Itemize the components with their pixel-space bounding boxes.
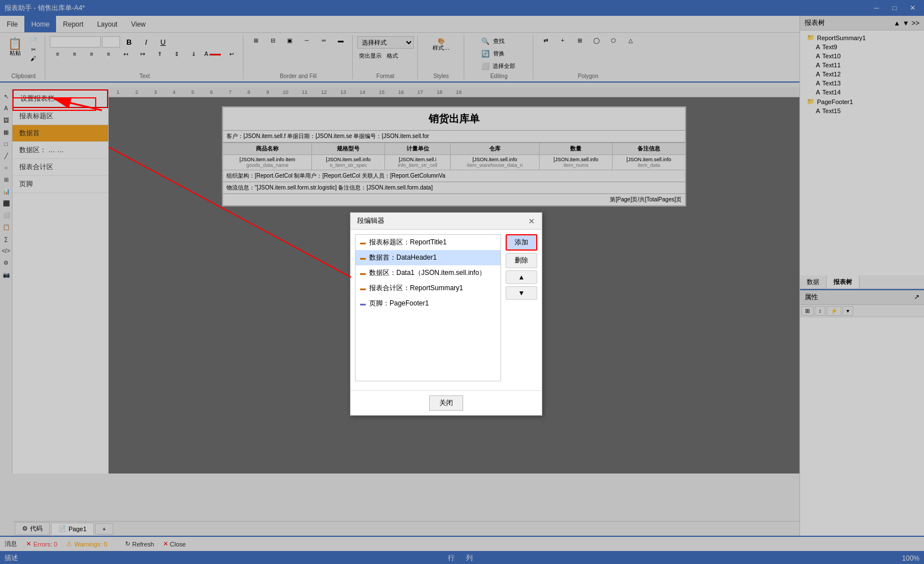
dialog-close-footer-button[interactable]: 关闭 (429, 395, 463, 411)
add-label: 添加 (515, 238, 528, 246)
add-band-button[interactable]: 添加 (506, 234, 537, 251)
band-label-1: 报表标题区：ReportTitle1 (369, 238, 447, 247)
dialog-title-bar: 段编辑器 ✕ (350, 213, 542, 230)
dialog-item-report-title[interactable]: ▬ 报表标题区：ReportTitle1 (356, 235, 500, 250)
dialog-footer: 关闭 (350, 390, 542, 415)
band-icon-1: ▬ (360, 239, 366, 246)
band-icon-2: ▬ (360, 255, 366, 261)
move-down-button[interactable]: ▼ (506, 286, 537, 300)
dialog-item-summary[interactable]: ▬ 报表合计区：ReportSummary1 (356, 281, 500, 296)
band-icon-5: ▬ (360, 300, 366, 307)
close-dialog-label: 关闭 (439, 399, 453, 407)
dialog-body: ▬ 报表标题区：ReportTitle1 ▬ 数据首：DataHeader1 ▬… (350, 230, 542, 390)
dialog-action-buttons: 添加 删除 ▲ ▼ (506, 234, 537, 386)
band-editor-dialog: 段编辑器 ✕ ▬ 报表标题区：ReportTitle1 ▬ 数据首：DataHe… (350, 212, 542, 416)
dialog-item-footer[interactable]: ▬ 页脚：PageFooter1 (356, 296, 500, 311)
band-icon-3: ▬ (360, 270, 366, 276)
dialog-close-button[interactable]: ✕ (528, 217, 535, 226)
move-up-button[interactable]: ▲ (506, 270, 537, 284)
band-label-5: 页脚：PageFooter1 (369, 299, 429, 308)
dialog-band-list: ▬ 报表标题区：ReportTitle1 ▬ 数据首：DataHeader1 ▬… (355, 234, 501, 381)
up-icon: ▲ (518, 273, 525, 281)
dialog-title-label: 段编辑器 (357, 216, 384, 226)
down-icon: ▼ (518, 289, 525, 297)
band-icon-4: ▬ (360, 285, 366, 291)
delete-band-button[interactable]: 删除 (506, 253, 537, 268)
dialog-item-data-band[interactable]: ▬ 数据区：Data1（JSON.item.sell.info） (356, 265, 500, 281)
band-label-3: 数据区：Data1（JSON.item.sell.info） (369, 268, 486, 278)
band-label-2: 数据首：DataHeader1 (369, 253, 437, 262)
band-label-4: 报表合计区：ReportSummary1 (369, 283, 463, 293)
delete-label: 删除 (515, 256, 528, 264)
dialog-item-data-header[interactable]: ▬ 数据首：DataHeader1 (356, 250, 500, 265)
